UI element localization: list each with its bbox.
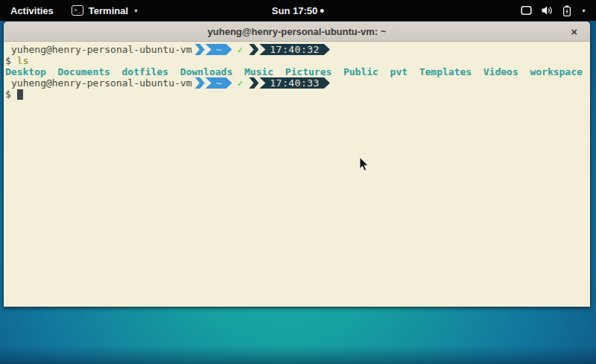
terminal-content[interactable]: yuheng@henry-personal-ubuntu-vm ~ ✓ 17:4…: [4, 42, 590, 307]
app-menu-label: Terminal: [89, 5, 128, 16]
powerline-arrow-icon: [195, 44, 205, 55]
ls-output: Desktop Documents dotfiles Downloads Mus…: [5, 66, 589, 77]
status-check-icon: ✓: [237, 77, 243, 89]
input-line: $: [5, 89, 589, 100]
powerline-arrow-icon: [195, 77, 205, 89]
top-bar: Activities >_ Terminal ▼ Sun 17:50 ▼: [0, 0, 596, 21]
prompt-time-segment: 17:40:32: [259, 44, 330, 55]
prompt-line-2: yuheng@henry-personal-ubuntu-vm ~ ✓ 17:4…: [5, 77, 589, 89]
powerline-arrow-icon: [249, 77, 259, 89]
terminal-app-icon: >_: [72, 5, 83, 16]
prompt-user-host: yuheng@henry-personal-ubuntu-vm: [5, 44, 192, 55]
prompt-dollar: $: [5, 89, 11, 100]
powerline-arrow-icon: [249, 44, 259, 55]
prompt-user-host: yuheng@henry-personal-ubuntu-vm: [5, 77, 192, 89]
prompt-line-1: yuheng@henry-personal-ubuntu-vm ~ ✓ 17:4…: [5, 44, 589, 55]
clock-label: Sun 17:50: [272, 5, 317, 16]
text-cursor: [17, 89, 23, 100]
mouse-cursor: [359, 157, 370, 172]
terminal-window: yuheng@henry-personal-ubuntu-vm: ~ × yuh…: [3, 21, 591, 307]
typed-command: ls: [17, 55, 29, 66]
prompt-time-segment: 17:40:33: [259, 77, 330, 89]
prompt-path-segment: ~: [206, 77, 232, 89]
titlebar[interactable]: yuheng@henry-personal-ubuntu-vm: ~ ×: [4, 22, 590, 42]
screen-icon: [521, 5, 532, 16]
volume-icon: [542, 5, 553, 16]
prompt-dollar: $: [5, 55, 11, 66]
chevron-down-icon: ▼: [133, 8, 139, 13]
activities-button[interactable]: Activities: [0, 0, 64, 21]
clock-button[interactable]: Sun 17:50: [272, 0, 324, 21]
close-icon[interactable]: ×: [571, 26, 577, 37]
prompt-path-segment: ~: [206, 44, 232, 55]
status-check-icon: ✓: [237, 44, 243, 55]
command-line: $ ls: [5, 55, 589, 66]
app-menu-terminal[interactable]: >_ Terminal ▼: [64, 0, 146, 21]
window-title: yuheng@henry-personal-ubuntu-vm: ~: [208, 26, 387, 37]
system-status-area[interactable]: ▼: [511, 0, 596, 21]
battery-charging-icon: [562, 5, 571, 16]
chevron-down-icon: ▼: [581, 8, 586, 13]
notification-dot-icon: [320, 9, 324, 13]
